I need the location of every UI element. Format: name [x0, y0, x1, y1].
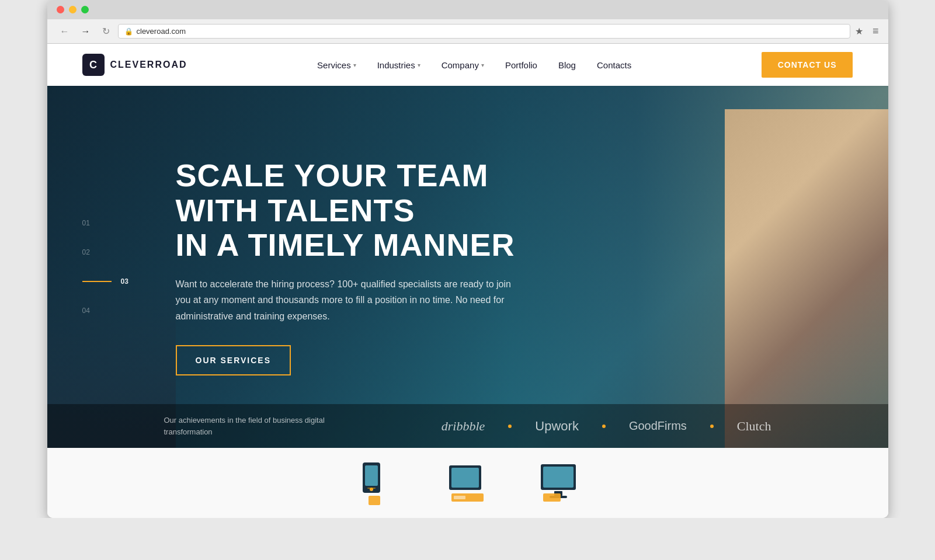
partner-clutch: Clutch	[737, 419, 771, 434]
bookmark-icon[interactable]: ★	[855, 26, 863, 37]
partner-upwork: Upwork	[535, 419, 579, 434]
address-bar[interactable]: 🔒 cleveroad.com	[118, 24, 850, 39]
browser-window: ← → ↻ 🔒 cleveroad.com ★ ≡ C CLEVERROAD S…	[47, 0, 888, 518]
logo-icon: C	[82, 54, 105, 76]
service-icon-desktop	[538, 460, 585, 506]
address-text: cleveroad.com	[137, 27, 186, 36]
slide-indicator-2[interactable]: 02	[82, 248, 128, 256]
separator-dot	[602, 425, 606, 428]
hero-people-right	[725, 109, 888, 448]
chevron-down-icon: ▾	[481, 62, 484, 68]
back-button[interactable]: ←	[57, 25, 73, 38]
partner-logos: dribbble Upwork GoodFirms Clutch	[325, 419, 771, 434]
browser-titlebar	[47, 0, 888, 19]
nav-item-contacts[interactable]: Contacts	[597, 60, 631, 70]
minimize-dot[interactable]	[69, 6, 77, 13]
reload-button[interactable]: ↻	[99, 25, 113, 38]
hero-content: SCALE YOUR TEAM WITH TALENTS IN A TIMELY…	[152, 147, 561, 387]
hero-title: SCALE YOUR TEAM WITH TALENTS IN A TIMELY…	[176, 158, 538, 262]
lock-icon: 🔒	[124, 27, 133, 36]
nav-link-company[interactable]: Company ▾	[442, 60, 484, 70]
svg-rect-3	[367, 488, 376, 489]
nav-item-services[interactable]: Services ▾	[317, 60, 356, 70]
separator-dot	[508, 425, 512, 428]
logo-text: CLEVERROAD	[110, 60, 187, 70]
nav-link-blog[interactable]: Blog	[558, 60, 576, 70]
forward-button[interactable]: →	[78, 25, 94, 38]
nav-link-contacts[interactable]: Contacts	[597, 60, 631, 70]
slide-indicator-3[interactable]: 03	[82, 277, 128, 286]
browser-menu-icon[interactable]: ≡	[873, 25, 879, 37]
maximize-dot[interactable]	[81, 6, 89, 13]
nav-links: Services ▾ Industries ▾ Company ▾	[317, 60, 631, 70]
slide-indicator-4[interactable]: 04	[82, 307, 128, 315]
svg-rect-10	[543, 467, 573, 488]
nav-link-portfolio[interactable]: Portfolio	[505, 60, 537, 70]
chevron-down-icon: ▾	[418, 62, 420, 68]
slide-indicators: 01 02 03 04	[82, 219, 128, 315]
hero-bottom-bar: Our achievements in the field of busines…	[47, 404, 888, 448]
tablet-icon	[444, 460, 491, 506]
nav-item-blog[interactable]: Blog	[558, 60, 576, 70]
svg-rect-4	[369, 496, 380, 505]
contact-us-button[interactable]: CONTACT US	[762, 52, 853, 78]
hero-description: Want to accelerate the hiring process? 1…	[176, 276, 515, 324]
close-dot[interactable]	[57, 6, 64, 13]
nav-link-services[interactable]: Services ▾	[317, 60, 356, 70]
website: C CLEVERROAD Services ▾ Industries ▾	[47, 44, 888, 518]
logo-letter: C	[89, 59, 97, 71]
nav-link-industries[interactable]: Industries ▾	[377, 60, 420, 70]
hero-title-line2: IN A TIMELY MANNER	[176, 227, 515, 262]
separator-dot	[710, 425, 714, 428]
navbar: C CLEVERROAD Services ▾ Industries ▾	[47, 44, 888, 86]
svg-rect-1	[365, 465, 378, 486]
service-icon-mobile	[351, 460, 398, 506]
slide-indicator-1[interactable]: 01	[82, 219, 128, 227]
logo[interactable]: C CLEVERROAD	[82, 54, 187, 76]
service-icon-tablet	[444, 460, 491, 506]
desktop-icon	[538, 460, 585, 506]
chevron-down-icon: ▾	[353, 62, 356, 68]
hero-title-line1: SCALE YOUR TEAM WITH TALENTS	[176, 158, 489, 227]
hero-bottom-text: Our achievements in the field of busines…	[164, 415, 325, 437]
our-services-button[interactable]: OUR SERVICES	[176, 345, 291, 375]
partner-goodfirms: GoodFirms	[629, 419, 687, 433]
svg-rect-6	[451, 468, 479, 488]
nav-item-industries[interactable]: Industries ▾	[377, 60, 420, 70]
browser-toolbar: ← → ↻ 🔒 cleveroad.com ★ ≡	[47, 19, 888, 44]
svg-rect-8	[454, 496, 465, 499]
mobile-icon	[351, 460, 398, 506]
partner-dribbble: dribbble	[442, 419, 485, 434]
nav-item-portfolio[interactable]: Portfolio	[505, 60, 537, 70]
below-fold-section	[47, 448, 888, 518]
nav-item-company[interactable]: Company ▾	[442, 60, 484, 70]
hero-section: 01 02 03 04 SCALE YOUR TEAM WITH TALENTS…	[47, 86, 888, 448]
svg-rect-13	[543, 493, 561, 502]
